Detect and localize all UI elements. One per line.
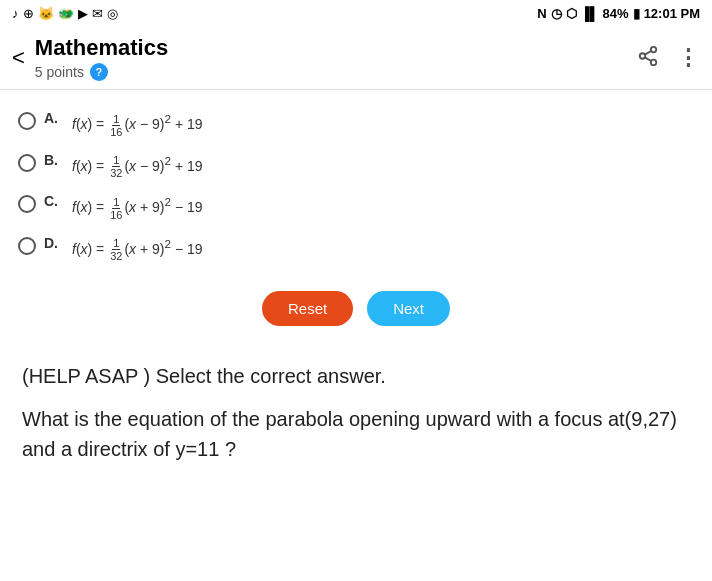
alarm-icon: ◷ — [551, 6, 562, 21]
time-display: 12:01 PM — [644, 6, 700, 21]
radio-c[interactable] — [18, 195, 36, 213]
option-a[interactable]: A. f(x) = 116(x − 9)2 + 19 — [18, 110, 694, 138]
wifi-icon: ⬡ — [566, 6, 577, 21]
network-icon: N — [537, 6, 546, 21]
option-d[interactable]: D. f(x) = 132(x + 9)2 − 19 — [18, 235, 694, 263]
help-text: (HELP ASAP ) Select the correct answer. — [22, 362, 690, 390]
option-b[interactable]: B. f(x) = 132(x − 9)2 + 19 — [18, 152, 694, 180]
emoji2-icon: 🐲 — [58, 6, 74, 21]
back-button[interactable]: < — [12, 47, 25, 69]
header-title-block: Mathematics 5 points ? — [35, 35, 168, 81]
emoji1-icon: 🐱 — [38, 6, 54, 21]
content-area: A. f(x) = 116(x − 9)2 + 19 B. f(x) = 132… — [0, 90, 712, 483]
header-subtitle: 5 points ? — [35, 63, 168, 81]
info-icon[interactable]: ? — [90, 63, 108, 81]
status-left: ♪ ⊕ 🐱 🐲 ▶ ✉ ◎ — [12, 6, 118, 21]
signal-bars: ▐▌ 84% — [581, 6, 629, 21]
header-right: ⋮ — [637, 45, 700, 72]
play-icon: ▶ — [78, 6, 88, 21]
circle-icon: ◎ — [107, 6, 118, 21]
option-a-label: A. — [44, 110, 64, 126]
radio-a[interactable] — [18, 112, 36, 130]
pin-icon: ⊕ — [23, 6, 34, 21]
mail-icon: ✉ — [92, 6, 103, 21]
header-left: < Mathematics 5 points ? — [12, 35, 168, 81]
page-title: Mathematics — [35, 35, 168, 61]
radio-d[interactable] — [18, 237, 36, 255]
option-d-formula: f(x) = 132(x + 9)2 − 19 — [72, 235, 203, 263]
option-a-formula: f(x) = 116(x − 9)2 + 19 — [72, 110, 203, 138]
music-icon: ♪ — [12, 6, 19, 21]
option-b-formula: f(x) = 132(x − 9)2 + 19 — [72, 152, 203, 180]
option-c[interactable]: C. f(x) = 116(x + 9)2 − 19 — [18, 193, 694, 221]
options-list: A. f(x) = 116(x − 9)2 + 19 B. f(x) = 132… — [18, 110, 694, 262]
more-options-icon[interactable]: ⋮ — [677, 45, 700, 71]
option-b-label: B. — [44, 152, 64, 168]
option-c-label: C. — [44, 193, 64, 209]
option-d-label: D. — [44, 235, 64, 251]
question-section: (HELP ASAP ) Select the correct answer. … — [18, 362, 694, 464]
option-c-formula: f(x) = 116(x + 9)2 − 19 — [72, 193, 203, 221]
status-right: N ◷ ⬡ ▐▌ 84% ▮ 12:01 PM — [537, 6, 700, 21]
question-body: What is the equation of the parabola ope… — [22, 404, 690, 464]
status-bar: ♪ ⊕ 🐱 🐲 ▶ ✉ ◎ N ◷ ⬡ ▐▌ 84% ▮ 12:01 PM — [0, 0, 712, 27]
radio-b[interactable] — [18, 154, 36, 172]
action-buttons: Reset Next — [18, 291, 694, 326]
battery-icon: ▮ — [633, 6, 640, 21]
svg-line-3 — [645, 57, 651, 61]
svg-line-4 — [645, 51, 651, 55]
app-header: < Mathematics 5 points ? ⋮ — [0, 27, 712, 90]
next-button[interactable]: Next — [367, 291, 450, 326]
points-label: 5 points — [35, 64, 84, 80]
reset-button[interactable]: Reset — [262, 291, 353, 326]
share-icon[interactable] — [637, 45, 659, 72]
